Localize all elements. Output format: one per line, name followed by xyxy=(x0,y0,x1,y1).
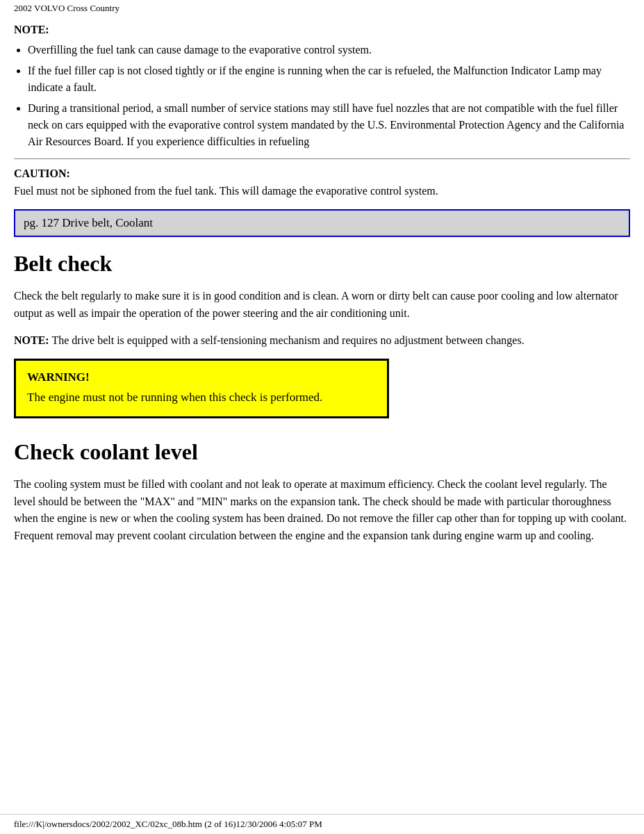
footer-bar: file:///K|/ownersdocs/2002/2002_XC/02xc_… xyxy=(0,814,644,834)
main-content: NOTE: Overfilling the fuel tank can caus… xyxy=(0,17,644,582)
nav-box-text: pg. 127 Drive belt, Coolant xyxy=(24,216,153,229)
warning-label: WARNING! xyxy=(27,370,376,384)
caution-label: CAUTION: xyxy=(14,167,630,180)
belt-check-heading: Belt check xyxy=(14,251,630,277)
belt-note-text: The drive belt is equipped with a self-t… xyxy=(49,334,525,346)
header-title: 2002 VOLVO Cross Country xyxy=(14,3,119,13)
list-item: If the fuel filler cap is not closed tig… xyxy=(28,63,630,96)
footer-text: file:///K|/ownersdocs/2002/2002_XC/02xc_… xyxy=(14,819,322,829)
coolant-body: The cooling system must be filled with c… xyxy=(14,476,630,545)
note-section: NOTE: Overfilling the fuel tank can caus… xyxy=(14,24,630,150)
divider xyxy=(14,158,630,159)
belt-check-body: Check the belt regularly to make sure it… xyxy=(14,288,630,322)
caution-section: CAUTION: Fuel must not be siphoned from … xyxy=(14,167,630,199)
list-item: Overfilling the fuel tank can cause dama… xyxy=(28,42,630,58)
warning-box: WARNING! The engine must not be running … xyxy=(14,359,389,418)
list-item: During a transitional period, a small nu… xyxy=(28,100,630,150)
belt-note-bold: NOTE: xyxy=(14,334,49,346)
warning-text: The engine must not be running when this… xyxy=(27,389,376,407)
coolant-heading: Check coolant level xyxy=(14,439,630,465)
bullet-list: Overfilling the fuel tank can cause dama… xyxy=(14,42,630,150)
belt-check-note: NOTE: The drive belt is equipped with a … xyxy=(14,332,630,350)
header-bar: 2002 VOLVO Cross Country xyxy=(0,0,644,17)
nav-box[interactable]: pg. 127 Drive belt, Coolant xyxy=(14,209,630,237)
note-label: NOTE: xyxy=(14,24,630,36)
caution-text: Fuel must not be siphoned from the fuel … xyxy=(14,183,630,199)
